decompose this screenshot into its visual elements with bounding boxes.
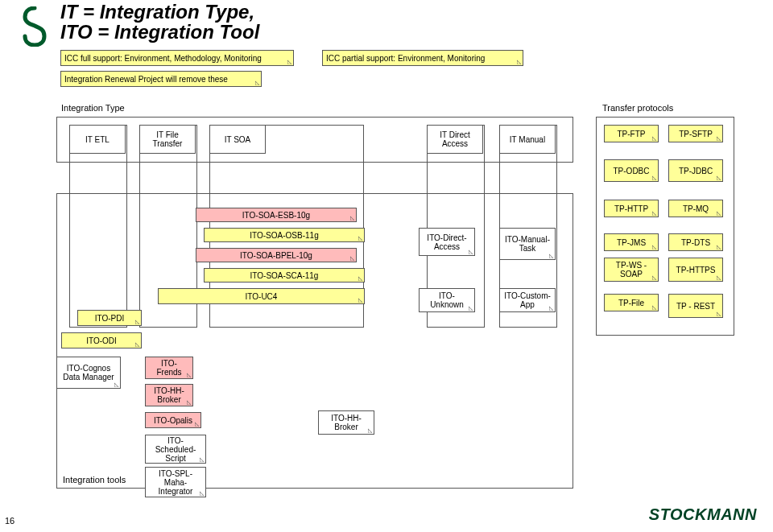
diagram-page: IT = Integration Type, ITO = Integration… [0, 0, 773, 532]
tp-sftp-text: TP-SFTP [679, 130, 713, 138]
integration-tools-label: Integration tools [63, 475, 126, 485]
note-corner-icon: ◺ [652, 135, 656, 141]
note-corner-icon: ◺ [200, 490, 204, 496]
note-corner-icon: ◺ [358, 275, 362, 281]
ito-soa-sca-11g: ITO-SOA-SCA-11g◺ [204, 268, 365, 282]
ito-hhbroker-text: ITO-HH-Broker [149, 386, 189, 404]
tp-file: TP-File◺ [604, 294, 659, 311]
note-corner-icon: ◺ [469, 249, 473, 254]
ito-soa-bpel-10g: ITO-SOA-BPEL-10g◺ [196, 248, 357, 262]
tp-odbc-text: TP-ODBC [614, 167, 650, 175]
note-partial-support-text: ICC partial support: Environment, Monito… [326, 54, 485, 63]
note-corner-icon: ◺ [368, 427, 372, 433]
ito-esb10g-text: ITO-SOA-ESB-10g [242, 211, 310, 220]
ito-soa-osb-11g: ITO-SOA-OSB-11g◺ [204, 228, 365, 242]
ito-uc4: ITO-UC4◺ [158, 288, 365, 304]
tp-jms: TP-JMS◺ [604, 233, 659, 251]
tp-rest-text: TP - REST [676, 302, 715, 311]
tp-dts: TP-DTS◺ [668, 233, 723, 251]
note-full-support: ICC full support: Environment, Methodolo… [60, 50, 294, 66]
ito-hh-broker: ITO-HH-Broker◺ [145, 384, 193, 406]
note-corner-icon: ◺ [549, 253, 553, 258]
ito-manual-task: ITO-Manual-Task◺ [499, 228, 556, 260]
ito-scheduled-text: ITO-Scheduled-Script [149, 436, 202, 463]
ito-custom-app: ITO-Custom-App◺ [499, 288, 556, 312]
ito-manual-text: ITO-Manual-Task [503, 235, 552, 253]
note-corner-icon: ◺ [255, 80, 259, 85]
note-corner-icon: ◺ [135, 319, 139, 324]
ito-hh-broker-2: ITO-HH-Broker◺ [318, 410, 374, 435]
tp-http-text: TP-HTTP [614, 204, 648, 213]
note-partial-support: ICC partial support: Environment, Monito… [322, 50, 523, 66]
note-corner-icon: ◺ [717, 175, 721, 180]
tp-mq: TP-MQ◺ [668, 200, 723, 217]
tp-https: TP-HTTPS◺ [668, 258, 723, 282]
page-title: IT = Integration Type, ITO = Integration… [60, 2, 259, 42]
note-corner-icon: ◺ [652, 274, 656, 280]
note-corner-icon: ◺ [652, 244, 656, 250]
ito-unknown: ITO-Unknown◺ [419, 288, 475, 312]
ito-frends-text: ITO-Frends [149, 359, 189, 377]
stockmann-logo: STOCKMANN [649, 505, 757, 524]
transfer-protocols-label: Transfer protocols [602, 103, 673, 113]
integration-type-label: Integration Type [61, 103, 125, 113]
tp-dts-text: TP-DTS [681, 238, 710, 247]
note-full-support-text: ICC full support: Environment, Methodolo… [64, 54, 262, 63]
tp-jdbc: TP-JDBC◺ [668, 159, 723, 182]
tp-sftp: TP-SFTP◺ [668, 125, 723, 142]
title-line-1: IT = Integration Type, [60, 1, 254, 23]
tp-file-text: TP-File [618, 299, 644, 307]
note-corner-icon: ◺ [350, 255, 354, 261]
it-etl-column [69, 125, 127, 328]
tp-jdbc-text: TP-JDBC [679, 167, 713, 175]
ito-direct-text: ITO-Direct-Access [423, 233, 471, 251]
ito-opalis-text: ITO-Opalis [154, 416, 192, 425]
page-number: 16 [5, 516, 14, 526]
ito-frends: ITO-Frends◺ [145, 357, 193, 379]
note-corner-icon: ◺ [135, 341, 139, 347]
tp-ftp-text: TP-FTP [618, 130, 646, 138]
ito-direct-access: ITO-Direct-Access◺ [419, 228, 475, 256]
ito-unknown-text: ITO-Unknown [423, 291, 471, 309]
ito-sca11g-text: ITO-SOA-SCA-11g [250, 271, 319, 280]
ito-pdi-text: ITO-PDI [95, 314, 124, 323]
note-corner-icon: ◺ [195, 421, 199, 427]
ito-soa-esb-10g: ITO-SOA-ESB-10g◺ [196, 208, 357, 222]
ito-spl-maha-integrator: ITO-SPL-Maha-Integrator◺ [145, 467, 206, 497]
ito-odi-text: ITO-ODI [86, 336, 117, 345]
ito-odi: ITO-ODI◺ [61, 332, 142, 348]
tp-odbc: TP-ODBC◺ [604, 159, 659, 182]
note-corner-icon: ◺ [287, 59, 291, 64]
note-corner-icon: ◺ [717, 244, 721, 250]
note-remove-text: Integration Renewal Project will remove … [64, 75, 228, 84]
tp-mq-text: TP-MQ [683, 204, 709, 213]
note-corner-icon: ◺ [717, 274, 721, 280]
note-corner-icon: ◺ [717, 210, 721, 216]
ito-uc4-text: ITO-UC4 [246, 292, 278, 301]
note-corner-icon: ◺ [358, 297, 362, 303]
note-corner-icon: ◺ [187, 399, 191, 405]
tp-ws-text: TP-WS - SOAP [608, 261, 655, 278]
ito-osb11g-text: ITO-SOA-OSB-11g [250, 231, 318, 240]
ito-opalis: ITO-Opalis◺ [145, 412, 201, 428]
note-corner-icon: ◺ [469, 305, 473, 311]
note-corner-icon: ◺ [717, 311, 721, 316]
note-corner-icon: ◺ [549, 305, 553, 311]
ito-bpel10g-text: ITO-SOA-BPEL-10g [240, 251, 312, 260]
tp-rest: TP - REST◺ [668, 294, 723, 318]
note-remove: Integration Renewal Project will remove … [60, 71, 262, 87]
note-corner-icon: ◺ [200, 456, 204, 462]
note-corner-icon: ◺ [517, 59, 521, 64]
ito-cognos-data-manager: ITO-Cognos Data Manager◺ [56, 357, 121, 389]
tp-jms-text: TP-JMS [617, 238, 646, 247]
title-line-2: ITO = Integration Tool [60, 21, 259, 43]
ito-pdi: ITO-PDI◺ [77, 310, 142, 326]
ito-scheduled-script: ITO-Scheduled-Script◺ [145, 435, 206, 464]
note-corner-icon: ◺ [350, 215, 354, 221]
tp-http: TP-HTTP◺ [604, 200, 659, 217]
ito-cognos-text: ITO-Cognos Data Manager [60, 364, 117, 381]
tp-ws-soap: TP-WS - SOAP◺ [604, 258, 659, 282]
note-corner-icon: ◺ [652, 304, 656, 310]
note-corner-icon: ◺ [114, 381, 118, 387]
note-corner-icon: ◺ [187, 372, 191, 377]
